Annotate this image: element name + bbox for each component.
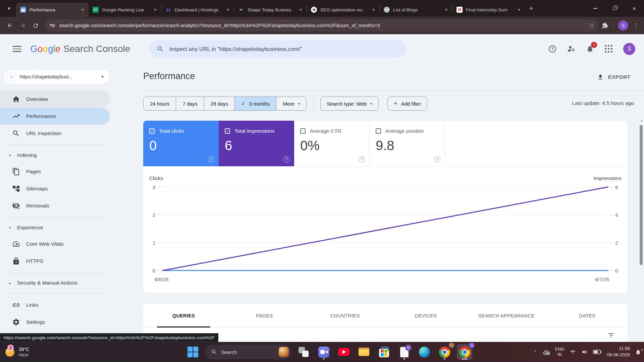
range-7-days[interactable]: 7 days xyxy=(176,97,204,110)
tray-chevron-up-icon[interactable]: ⌃ xyxy=(533,350,537,355)
tab-dates[interactable]: DATES xyxy=(547,304,628,327)
performance-line-chart[interactable]: 32106420ClicksImpressions6/6/256/7/25 xyxy=(143,167,628,293)
checkbox-unchecked-icon[interactable] xyxy=(376,128,381,134)
help-icon[interactable]: ? xyxy=(434,156,440,163)
filter-rows-icon[interactable] xyxy=(608,333,613,338)
scrollbar-thumb[interactable] xyxy=(640,125,643,265)
checkbox-checked-icon[interactable]: ✓ xyxy=(149,128,155,134)
reload-button[interactable] xyxy=(30,19,42,32)
sidebar-item-url-inspection[interactable]: URL inspection xyxy=(0,125,110,142)
tab-seo-optimization[interactable]: ✳ SEO optimization rec × xyxy=(307,3,379,17)
property-selector[interactable]: S https://shapetodaybusi... ▼ xyxy=(3,69,110,84)
tab-close-icon[interactable]: × xyxy=(79,7,86,13)
sidebar-item-sitemaps[interactable]: Sitemaps xyxy=(0,180,110,197)
onedrive-offline-icon[interactable] xyxy=(542,349,550,355)
range-28-days[interactable]: 28 days xyxy=(204,97,235,110)
tab-search-appearance[interactable]: SEARCH APPEARANCE xyxy=(466,304,547,327)
range-3-months-selected[interactable]: ✓3 months xyxy=(234,97,276,110)
tab-countries[interactable]: COUNTRIES xyxy=(305,304,385,327)
checkbox-checked-icon[interactable]: ✓ xyxy=(225,128,230,134)
url-inspect-search-box[interactable]: Inspect any URL in "https://shapetodaybu… xyxy=(149,40,406,58)
search-highlight-image[interactable] xyxy=(279,347,289,357)
account-avatar[interactable]: S xyxy=(623,43,635,55)
chat-app-button[interactable] xyxy=(316,344,331,360)
help-icon[interactable]: ? xyxy=(548,45,557,53)
tab-close-icon[interactable]: × xyxy=(298,7,304,13)
browser-menu-icon[interactable]: ⋮ xyxy=(633,22,639,29)
forward-button[interactable] xyxy=(17,19,29,32)
tab-shape-today[interactable]: ✒ Shape Today Busines × xyxy=(234,3,307,17)
tab-close-icon[interactable]: × xyxy=(370,7,377,13)
maximize-button[interactable] xyxy=(605,0,625,17)
bookmark-star-icon[interactable]: ☆ xyxy=(589,22,594,29)
manage-users-icon[interactable] xyxy=(567,45,576,53)
close-button[interactable]: × xyxy=(625,0,644,17)
back-button[interactable] xyxy=(4,19,16,32)
notifications-bell-icon[interactable]: 2 xyxy=(586,45,594,53)
sidebar-item-performance[interactable]: Performance xyxy=(0,108,110,125)
tab-list-of-blogs[interactable]: List of Blogs × xyxy=(380,3,452,17)
tab-performance[interactable]: Performance × xyxy=(16,3,89,17)
sidebar-item-settings[interactable]: Settings xyxy=(0,313,110,330)
extensions-icon[interactable] xyxy=(602,22,608,29)
google-apps-grid-icon[interactable] xyxy=(604,45,613,53)
minimize-button[interactable] xyxy=(586,0,605,17)
url-text[interactable]: search.google.com/search-console/perform… xyxy=(59,23,585,28)
tab-pages[interactable]: PAGES xyxy=(224,304,305,327)
site-info-icon[interactable] xyxy=(50,24,55,26)
sidebar-group-indexing[interactable]: ▾ Indexing xyxy=(0,147,111,163)
help-icon[interactable]: ? xyxy=(208,156,214,163)
chrome-profile2-button-active[interactable]: S xyxy=(457,344,472,360)
sidebar-group-experience[interactable]: ▾ Experience xyxy=(0,220,111,235)
sidebar-group-security[interactable]: ▸ Security & Manual Actions xyxy=(0,275,111,291)
wifi-icon[interactable] xyxy=(569,349,576,355)
tab-queries[interactable]: QUERIES xyxy=(143,304,224,327)
sidebar-item-pages[interactable]: Pages xyxy=(0,163,110,180)
tab-hostinger[interactable]: H Dashboard | Hostinge × xyxy=(161,3,234,17)
weather-widget[interactable]: 2 39°CHaze xyxy=(5,342,29,362)
chrome-profile1-button[interactable] xyxy=(437,344,452,360)
browser-profile-avatar[interactable]: S xyxy=(618,20,628,31)
start-button[interactable] xyxy=(185,344,201,360)
tab-close-icon[interactable]: × xyxy=(225,7,231,13)
scrollbar-up-arrow[interactable]: ▲ xyxy=(640,118,643,122)
tab-devices[interactable]: DEVICES xyxy=(385,304,466,327)
microsoft-store-button[interactable] xyxy=(376,344,392,360)
hamburger-menu-icon[interactable] xyxy=(13,46,21,52)
battery-icon[interactable] xyxy=(593,349,602,355)
file-explorer-button[interactable] xyxy=(356,344,372,360)
tab-final-internship[interactable]: M Final Internship Sum × xyxy=(452,3,525,17)
language-indicator[interactable]: ENGIN xyxy=(555,347,564,358)
tab-search-chevron-icon[interactable]: ▼ xyxy=(3,3,15,14)
tab-google-ranking[interactable]: KT Google Ranking Live × xyxy=(89,3,161,17)
card-average-ctr[interactable]: Average CTR 0% ? xyxy=(294,121,370,166)
card-total-impressions[interactable]: ✓Total impressions 6 ? xyxy=(219,121,294,166)
add-filter-chip[interactable]: +Add filter xyxy=(387,97,427,111)
sidebar-item-core-web-vitals[interactable]: Core Web Vitals xyxy=(0,235,110,252)
tab-close-icon[interactable]: × xyxy=(152,7,158,13)
notification-bell-icon[interactable]: z xyxy=(635,349,641,355)
tab-close-icon[interactable]: × xyxy=(443,7,449,13)
youtube-app-button[interactable] xyxy=(336,344,352,360)
sidebar-item-https[interactable]: HTTPS xyxy=(0,252,110,269)
card-total-clicks[interactable]: ✓Total clicks 0 ? xyxy=(143,121,219,166)
gsc-logo[interactable]: Google Search Console xyxy=(30,44,130,54)
taskbar-search-box[interactable]: Search xyxy=(205,345,291,359)
sidebar-item-overview[interactable]: Overview xyxy=(0,90,110,108)
notes-app-button[interactable]: S xyxy=(396,344,412,360)
checkbox-unchecked-icon[interactable] xyxy=(300,128,306,134)
tab-close-icon[interactable]: × xyxy=(516,7,522,13)
volume-icon[interactable] xyxy=(581,349,588,355)
help-icon[interactable]: ? xyxy=(283,156,290,163)
address-bar[interactable]: search.google.com/search-console/perform… xyxy=(45,19,598,32)
sidebar-item-links[interactable]: Links xyxy=(0,296,110,313)
new-tab-button[interactable]: + xyxy=(526,3,536,13)
task-view-button[interactable] xyxy=(296,344,311,360)
help-icon[interactable]: ? xyxy=(359,156,365,163)
range-24-hours[interactable]: 24 hours xyxy=(144,97,176,110)
edge-browser-button[interactable] xyxy=(417,344,432,360)
range-more[interactable]: More▾ xyxy=(276,97,306,110)
sidebar-item-removals[interactable]: Removals xyxy=(0,197,110,214)
export-button[interactable]: EXPORT xyxy=(597,74,631,80)
card-average-position[interactable]: Average position 9.8 ? xyxy=(370,121,445,166)
